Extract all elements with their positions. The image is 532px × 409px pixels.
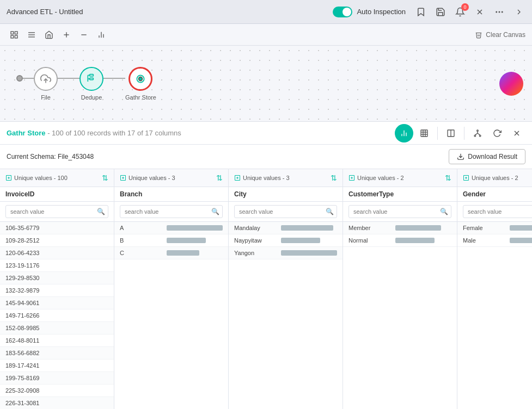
list-item[interactable]: Normal xyxy=(343,234,457,247)
home-btn[interactable] xyxy=(41,27,57,42)
close-panel-btn[interactable] xyxy=(508,125,525,142)
column-values-0: 106-35-6779109-28-2512120-06-4233123-19-… xyxy=(0,222,114,409)
divider-1 xyxy=(437,127,438,140)
search-input-0[interactable] xyxy=(5,205,108,218)
value-text: Female xyxy=(463,225,506,231)
grid-view-btn[interactable] xyxy=(7,27,22,42)
list-item[interactable]: 106-35-6779 xyxy=(0,222,114,234)
more-icon[interactable] xyxy=(493,5,506,18)
title-icons: 0 xyxy=(414,5,525,18)
svg-line-41 xyxy=(478,133,480,135)
column-name-1: Branch xyxy=(114,187,228,202)
split-view-btn[interactable] xyxy=(442,125,460,142)
chart-btn[interactable] xyxy=(94,27,109,42)
sort-icon-2[interactable]: ⇅ xyxy=(331,173,337,182)
search-input-1[interactable] xyxy=(120,205,223,218)
column-name-0: InvoiceID xyxy=(0,187,114,202)
search-input-3[interactable] xyxy=(348,205,451,218)
list-item[interactable]: 109-28-2512 xyxy=(0,234,114,247)
columns-container: Unique values - 100 ⇅ InvoiceID 🔍 106-35… xyxy=(0,169,532,409)
chart-view-btn[interactable] xyxy=(395,124,413,142)
notification-icon[interactable]: 0 xyxy=(454,5,467,18)
list-item[interactable]: 120-06-4233 xyxy=(0,247,114,259)
dedupe-node-circle[interactable] xyxy=(80,67,103,91)
list-item[interactable]: Mandalay xyxy=(229,222,343,234)
column-values-4: Female Male xyxy=(457,222,532,409)
bookmark-icon[interactable] xyxy=(414,5,427,18)
search-input-4[interactable] xyxy=(463,205,532,218)
list-item[interactable]: Female xyxy=(457,222,532,234)
gathrstore-node-circle[interactable] xyxy=(129,67,152,91)
search-icon-1: 🔍 xyxy=(211,208,219,215)
column-values-2: Mandalay Naypyitaw Yangon xyxy=(229,222,343,409)
tree-view-btn[interactable] xyxy=(469,125,486,142)
list-item[interactable]: 129-29-8530 xyxy=(0,272,114,284)
list-item[interactable]: 152-08-9985 xyxy=(0,322,114,334)
list-item[interactable]: 162-48-8011 xyxy=(0,334,114,347)
list-item[interactable]: 123-19-1176 xyxy=(0,259,114,272)
value-bar-container: Female xyxy=(463,225,532,231)
list-item[interactable]: Naypyitaw xyxy=(229,234,343,247)
list-item[interactable]: Male xyxy=(457,234,532,247)
list-item[interactable]: B xyxy=(114,234,228,247)
list-item[interactable]: A xyxy=(114,222,228,234)
svg-point-4 xyxy=(496,11,497,13)
list-item[interactable]: Member xyxy=(343,222,457,234)
gathr-store-title: Gathr Store xyxy=(7,129,46,137)
minus-btn[interactable] xyxy=(76,27,91,42)
schema-bar: Current Schema: File_453048 Download Res… xyxy=(0,145,532,169)
sort-icon-0[interactable]: ⇅ xyxy=(102,173,108,182)
pipeline-node-file[interactable]: File xyxy=(34,67,58,101)
table-view-btn[interactable] xyxy=(415,125,433,142)
value-bar xyxy=(167,225,223,231)
list-item[interactable]: 199-75-8169 xyxy=(0,372,114,385)
column-name-2: City xyxy=(229,187,343,202)
auto-inspection-toggle[interactable]: Auto Inspection xyxy=(333,7,406,17)
value-bar xyxy=(510,238,532,243)
download-result-btn[interactable]: Download Result xyxy=(449,149,525,164)
list-item[interactable]: 145-94-9061 xyxy=(0,297,114,309)
title-bar: Advanced ETL - Untitled Auto Inspection … xyxy=(0,0,532,24)
search-input-2[interactable] xyxy=(234,205,337,218)
pipeline-start-dot xyxy=(16,75,23,82)
gathrstore-node-label: Gathr Store xyxy=(125,94,156,101)
close-icon[interactable] xyxy=(473,5,486,18)
list-item[interactable]: C xyxy=(114,247,228,259)
clear-canvas-btn[interactable]: Clear Canvas xyxy=(475,31,525,39)
column-values-1: A B C xyxy=(114,222,228,409)
list-item[interactable]: 149-71-6266 xyxy=(0,309,114,322)
list-view-btn[interactable] xyxy=(24,27,39,42)
title-bar-left: Advanced ETL - Untitled xyxy=(7,8,83,16)
svg-rect-7 xyxy=(11,35,14,38)
value-text: B xyxy=(120,237,163,244)
schema-name: File_453048 xyxy=(58,153,94,160)
list-item[interactable]: 226-31-3081 xyxy=(0,397,114,409)
sort-icon-1[interactable]: ⇅ xyxy=(216,173,223,182)
svg-point-38 xyxy=(479,135,481,137)
column-header-2: Unique values - 3 ⇅ xyxy=(229,169,343,187)
unique-label-2: Unique values - 3 xyxy=(234,175,290,181)
unique-label-3: Unique values - 2 xyxy=(348,175,404,181)
file-node-circle[interactable] xyxy=(34,67,58,91)
toggle-switch[interactable] xyxy=(333,7,352,17)
add-btn[interactable] xyxy=(59,27,74,42)
value-bar xyxy=(281,225,333,231)
refresh-btn[interactable] xyxy=(488,125,506,142)
value-bar-container: Naypyitaw xyxy=(234,237,337,244)
pipeline-canvas: File Dedupe Gathr Store xyxy=(0,46,532,122)
auto-inspection-label: Auto Inspection xyxy=(357,8,406,16)
list-item[interactable]: Yangon xyxy=(229,247,343,259)
column-header-1: Unique values - 3 ⇅ xyxy=(114,169,228,187)
list-item[interactable]: 183-56-6882 xyxy=(0,347,114,360)
list-item[interactable]: 225-32-0908 xyxy=(0,385,114,397)
next-icon[interactable] xyxy=(512,5,525,18)
save-icon[interactable] xyxy=(434,5,447,18)
svg-point-2 xyxy=(499,11,500,13)
pipeline-node-dedupe[interactable]: Dedupe xyxy=(80,67,103,101)
value-text: C xyxy=(120,250,163,256)
pipeline-node-gathrstore[interactable]: Gathr Store xyxy=(125,67,156,101)
list-item[interactable]: 189-17-4241 xyxy=(0,360,114,372)
list-item[interactable]: 132-32-9879 xyxy=(0,284,114,297)
sort-icon-3[interactable]: ⇅ xyxy=(445,173,451,182)
notification-badge: 0 xyxy=(461,3,469,11)
